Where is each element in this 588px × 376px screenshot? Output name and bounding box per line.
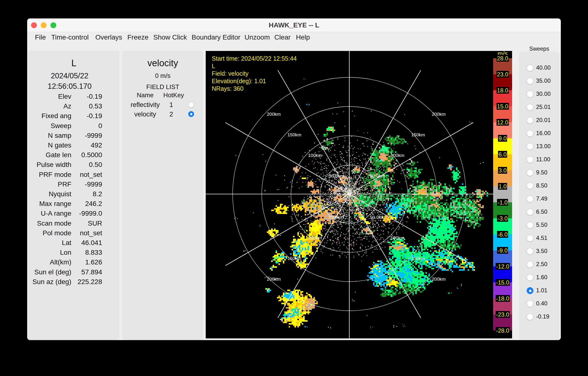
- svg-text:50.0km: 50.0km: [370, 215, 385, 220]
- svg-text:9.0: 9.0: [498, 135, 506, 142]
- svg-text:L: L: [212, 63, 215, 69]
- svg-text:150km: 150km: [287, 256, 301, 261]
- svg-text:100km: 100km: [308, 235, 322, 240]
- svg-text:-6.0: -6.0: [497, 231, 507, 238]
- svg-text:-3.0: -3.0: [497, 215, 507, 222]
- svg-text:28.0: 28.0: [497, 55, 508, 62]
- svg-text:200km: 200km: [267, 112, 281, 117]
- svg-text:100km: 100km: [308, 153, 322, 158]
- svg-text:-18.0: -18.0: [496, 295, 509, 302]
- svg-text:15.0: 15.0: [497, 103, 508, 110]
- svg-text:6.0: 6.0: [498, 151, 506, 158]
- svg-text:200km: 200km: [432, 277, 446, 282]
- svg-text:Elevation(deg): 1.01: Elevation(deg): 1.01: [212, 78, 266, 84]
- svg-text:12.0: 12.0: [497, 119, 508, 126]
- svg-text:-28.0: -28.0: [496, 327, 509, 334]
- svg-text:100km: 100km: [390, 153, 404, 158]
- svg-text:NRays: 360: NRays: 360: [212, 85, 243, 92]
- svg-text:Start time: 2024/05/22 12:55:4: Start time: 2024/05/22 12:55:44: [212, 55, 297, 62]
- svg-text:150km: 150km: [411, 132, 425, 137]
- svg-text:-15.0: -15.0: [496, 279, 509, 286]
- svg-text:50.0km: 50.0km: [329, 215, 344, 220]
- svg-text:-23.0: -23.0: [496, 311, 509, 318]
- svg-text:150km: 150km: [287, 132, 301, 137]
- svg-text:1.0: 1.0: [498, 183, 506, 190]
- svg-text:200km: 200km: [432, 112, 446, 117]
- svg-text:Field: velocity: Field: velocity: [212, 70, 249, 77]
- svg-text:-1.0: -1.0: [497, 199, 507, 206]
- svg-text:-9.0: -9.0: [497, 247, 507, 254]
- svg-text:50.0km: 50.0km: [329, 173, 344, 178]
- svg-text:200km: 200km: [267, 277, 281, 282]
- svg-text:18.0: 18.0: [497, 87, 508, 94]
- svg-text:100km: 100km: [390, 235, 404, 240]
- svg-text:150km: 150km: [411, 256, 425, 261]
- svg-text:23.0: 23.0: [497, 71, 508, 78]
- svg-text:-12.0: -12.0: [496, 263, 509, 270]
- svg-text:3.0: 3.0: [498, 167, 506, 174]
- svg-text:50.0km: 50.0km: [370, 173, 385, 178]
